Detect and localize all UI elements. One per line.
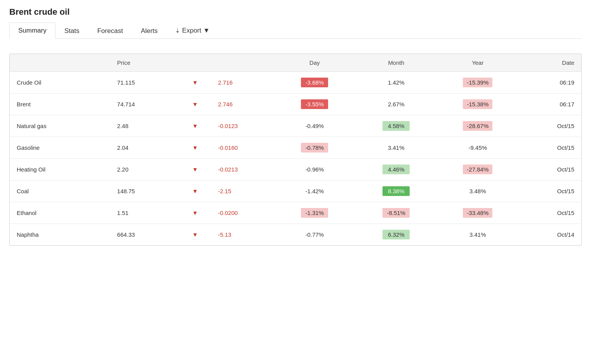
date-value: 06:17 (518, 94, 581, 115)
price-value: 664.33 (110, 224, 179, 246)
month-pct: 4.58% (355, 115, 437, 137)
arrow-icon: ▼ (179, 159, 211, 180)
commodity-name: Brent (10, 94, 110, 115)
month-pct: 1.42% (355, 72, 437, 94)
arrow-icon: ▼ (179, 72, 211, 94)
day-pct: -0.96% (274, 159, 355, 180)
header-date: Date (518, 54, 581, 72)
commodity-name: Naphtha (10, 224, 110, 246)
year-pct: 3.48% (437, 180, 518, 202)
change-value: -0.0200 (211, 202, 274, 224)
table-row[interactable]: Coal 148.75 ▼ -2.15 -1.42% 8.38% 3.48% O… (10, 180, 581, 202)
date-value: Oct/15 (518, 202, 581, 224)
month-pct: 4.46% (355, 159, 437, 180)
day-pct: -3.55% (274, 94, 355, 115)
day-pct: -3.68% (274, 72, 355, 94)
year-pct: -9.45% (437, 137, 518, 159)
change-value: 2.746 (211, 94, 274, 115)
header-month: Month (355, 54, 437, 72)
change-value: 2.716 (211, 72, 274, 94)
change-value: -2.15 (211, 180, 274, 202)
year-pct: -27.84% (437, 159, 518, 180)
header-arrow (179, 54, 211, 72)
month-pct: 8.38% (355, 180, 437, 202)
commodity-name: Gasoline (10, 137, 110, 159)
day-pct: -0.49% (274, 115, 355, 137)
day-pct: -0.78% (274, 137, 355, 159)
arrow-icon: ▼ (179, 224, 211, 246)
tab-summary[interactable]: Summary (9, 23, 56, 39)
change-value: -5.13 (211, 224, 274, 246)
commodity-name: Coal (10, 180, 110, 202)
header-name (10, 54, 110, 72)
commodity-name: Natural gas (10, 115, 110, 137)
year-pct: 3.41% (437, 224, 518, 246)
page-title: Brent crude oil (9, 7, 582, 17)
price-value: 2.04 (110, 137, 179, 159)
arrow-icon: ▼ (179, 202, 211, 224)
date-value: Oct/14 (518, 224, 581, 246)
change-value: -0.0213 (211, 159, 274, 180)
table-row[interactable]: Gasoline 2.04 ▼ -0.0160 -0.78% 3.41% -9.… (10, 137, 581, 159)
year-pct: -15.39% (437, 72, 518, 94)
change-value: -0.0123 (211, 115, 274, 137)
table-row[interactable]: Natural gas 2.48 ▼ -0.0123 -0.49% 4.58% … (10, 115, 581, 137)
change-value: -0.0160 (211, 137, 274, 159)
tab-stats[interactable]: Stats (56, 23, 89, 39)
year-pct: -33.48% (437, 202, 518, 224)
arrow-icon: ▼ (179, 180, 211, 202)
main-content: Price Day Month Year Date Crude Oil 71.1… (0, 43, 591, 257)
dropdown-arrow-icon: ▼ (203, 27, 210, 35)
date-value: Oct/15 (518, 180, 581, 202)
export-label: Export (182, 27, 201, 35)
commodities-table: Price Day Month Year Date Crude Oil 71.1… (10, 54, 581, 245)
tab-forecast[interactable]: Forecast (88, 23, 132, 39)
date-value: Oct/15 (518, 159, 581, 180)
price-value: 1.51 (110, 202, 179, 224)
price-value: 2.20 (110, 159, 179, 180)
data-table-wrapper: Price Day Month Year Date Crude Oil 71.1… (9, 54, 582, 246)
table-row[interactable]: Naphtha 664.33 ▼ -5.13 -0.77% 6.32% 3.41… (10, 224, 581, 246)
table-row[interactable]: Heating Oil 2.20 ▼ -0.0213 -0.96% 4.46% … (10, 159, 581, 180)
arrow-icon: ▼ (179, 115, 211, 137)
commodity-name: Crude Oil (10, 72, 110, 94)
tabs-bar: Summary Stats Forecast Alerts ⇣ Export ▼ (9, 23, 582, 39)
year-pct: -15.38% (437, 94, 518, 115)
table-header-row: Price Day Month Year Date (10, 54, 581, 72)
table-row[interactable]: Ethanol 1.51 ▼ -0.0200 -1.31% -8.51% -33… (10, 202, 581, 224)
month-pct: 6.32% (355, 224, 437, 246)
tab-alerts[interactable]: Alerts (132, 23, 167, 39)
commodity-name: Heating Oil (10, 159, 110, 180)
table-row[interactable]: Crude Oil 71.115 ▼ 2.716 -3.68% 1.42% -1… (10, 72, 581, 94)
header-price: Price (110, 54, 179, 72)
header-year: Year (437, 54, 518, 72)
header-day: Day (274, 54, 355, 72)
arrow-icon: ▼ (179, 94, 211, 115)
price-value: 74.714 (110, 94, 179, 115)
day-pct: -0.77% (274, 224, 355, 246)
price-value: 2.48 (110, 115, 179, 137)
arrow-icon: ▼ (179, 137, 211, 159)
page-header: Brent crude oil Summary Stats Forecast A… (0, 0, 591, 43)
date-value: 06:19 (518, 72, 581, 94)
table-row[interactable]: Brent 74.714 ▼ 2.746 -3.55% 2.67% -15.38… (10, 94, 581, 115)
page-container: Brent crude oil Summary Stats Forecast A… (0, 0, 591, 364)
date-value: Oct/15 (518, 137, 581, 159)
month-pct: -8.51% (355, 202, 437, 224)
month-pct: 3.41% (355, 137, 437, 159)
month-pct: 2.67% (355, 94, 437, 115)
day-pct: -1.42% (274, 180, 355, 202)
export-icon: ⇣ (175, 27, 180, 34)
price-value: 148.75 (110, 180, 179, 202)
year-pct: -28.67% (437, 115, 518, 137)
tab-export[interactable]: ⇣ Export ▼ (167, 23, 218, 38)
price-value: 71.115 (110, 72, 179, 94)
date-value: Oct/15 (518, 115, 581, 137)
day-pct: -1.31% (274, 202, 355, 224)
commodity-name: Ethanol (10, 202, 110, 224)
header-change (211, 54, 274, 72)
